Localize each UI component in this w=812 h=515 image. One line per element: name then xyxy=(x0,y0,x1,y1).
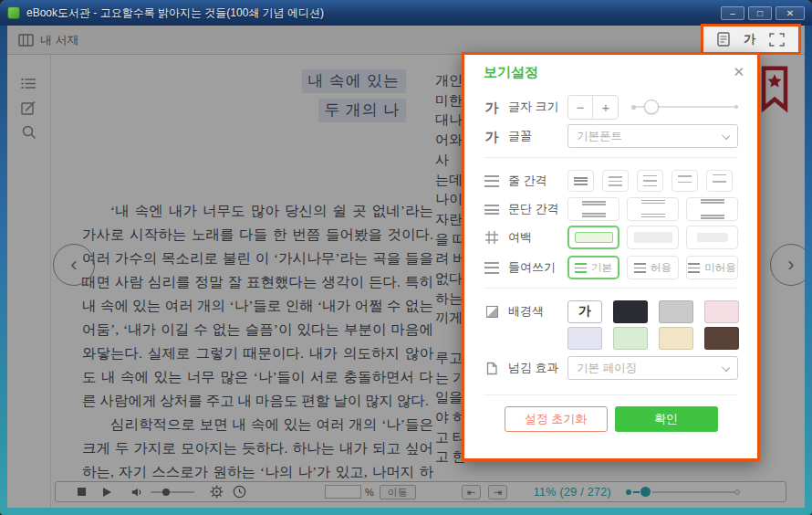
paragraph-spacing-icon xyxy=(484,205,499,215)
page-effect-dropdown[interactable]: 기본 페이징 xyxy=(567,356,738,380)
app-icon xyxy=(7,6,20,19)
background-swatch-row1: 가 xyxy=(567,300,739,323)
margin-option-1-selected[interactable] xyxy=(567,226,619,249)
background-swatch-row2 xyxy=(567,327,739,350)
line-spacing-glyph xyxy=(574,177,588,185)
font-label: 글꼴 xyxy=(508,128,532,144)
indent-option-label: 허용 xyxy=(651,261,671,275)
fullscreen-icon[interactable] xyxy=(769,33,785,47)
maximize-button[interactable]: □ xyxy=(748,6,772,20)
app-window: eBook도서관 - 고요할수록 밝아지는 것들(100쇄 기념 에디션) – … xyxy=(0,0,812,515)
panel-footer: 설정 초기화 확인 xyxy=(484,406,738,432)
background-swatch-black[interactable] xyxy=(613,300,648,323)
line-spacing-glyph xyxy=(678,175,692,187)
indent-row-label: 들여쓰기 xyxy=(484,259,567,276)
paragraph-spacing-option-1[interactable] xyxy=(567,197,619,221)
title-bar: eBook도서관 - 고요할수록 밝아지는 것들(100쇄 기념 에디션) – … xyxy=(0,0,812,26)
indent-glyph xyxy=(634,263,646,273)
paragraph-spacing-option-2[interactable] xyxy=(627,197,679,221)
reset-settings-button[interactable]: 설정 초기화 xyxy=(505,406,608,432)
indent-option-label: 미허용 xyxy=(704,261,736,275)
confirm-button[interactable]: 확인 xyxy=(615,406,718,432)
margin-option-2[interactable] xyxy=(627,226,679,249)
chevron-down-icon xyxy=(722,131,730,140)
paragraph-spacing-option-3[interactable] xyxy=(686,197,738,221)
view-settings-panel: 보기설정 ✕ 가 글자 크기 − + 가 글꼴 xyxy=(462,52,760,461)
indent-option-allow[interactable]: 허용 xyxy=(627,256,679,279)
font-size-label: 글자 크기 xyxy=(508,99,559,115)
page-turn-icon xyxy=(484,362,500,375)
margin-glyph xyxy=(634,232,672,243)
background-color-icon xyxy=(486,306,498,318)
close-window-button[interactable]: ✕ xyxy=(776,6,805,20)
indent-option-disallow[interactable]: 미허용 xyxy=(686,256,738,279)
divider xyxy=(484,288,738,289)
indent-option-label: 기본 xyxy=(591,261,612,275)
margin-option-3[interactable] xyxy=(686,226,738,249)
background-swatch-white[interactable]: 가 xyxy=(567,300,602,323)
line-spacing-glyph xyxy=(713,174,726,187)
background-swatch-lavender[interactable] xyxy=(567,327,602,350)
font-size-slider[interactable] xyxy=(631,100,738,114)
slider-start-dot xyxy=(631,105,636,110)
indent-label: 들여쓰기 xyxy=(508,259,556,276)
font-icon: 가 xyxy=(484,130,500,143)
line-spacing-glyph xyxy=(643,175,657,186)
window-controls: – □ ✕ xyxy=(721,6,805,20)
indent-option-default-selected[interactable]: 기본 xyxy=(567,256,619,279)
margin-label: 여백 xyxy=(508,229,532,246)
line-spacing-row-label: 줄 간격 xyxy=(484,173,567,189)
indent-glyph xyxy=(688,263,700,273)
margin-row-label: 여백 xyxy=(484,229,567,246)
font-size-increase-button[interactable]: + xyxy=(593,96,618,119)
panel-title: 보기설정 xyxy=(484,64,538,81)
line-spacing-option-5[interactable] xyxy=(706,170,733,192)
background-color-row-label: 배경색 xyxy=(484,303,567,320)
font-dropdown[interactable]: 기본폰트 xyxy=(567,124,738,148)
view-tools-highlight-box: 가 xyxy=(701,24,801,55)
font-size-decrease-button[interactable]: − xyxy=(568,96,593,119)
slider-end-dot xyxy=(734,105,738,109)
indent-icon xyxy=(484,262,499,274)
line-spacing-option-4[interactable] xyxy=(671,170,698,192)
line-spacing-option-3[interactable] xyxy=(637,170,663,192)
margin-glyph xyxy=(575,232,613,243)
paragraph-spacing-row-label: 문단 간격 xyxy=(484,201,567,217)
line-spacing-glyph xyxy=(609,176,622,186)
line-spacing-option-1[interactable] xyxy=(567,170,594,192)
indent-glyph xyxy=(575,263,587,273)
window-title: eBook도서관 - 고요할수록 밝아지는 것들(100쇄 기념 에디션) xyxy=(26,5,324,21)
font-settings-icon[interactable]: 가 xyxy=(744,31,755,47)
font-size-stepper: − + xyxy=(567,95,619,120)
chevron-down-icon xyxy=(722,363,730,372)
paragraph-spacing-label: 문단 간격 xyxy=(508,201,559,217)
margin-glyph xyxy=(697,233,728,242)
font-size-slider-handle[interactable] xyxy=(644,100,659,114)
line-spacing-option-2[interactable] xyxy=(602,170,629,192)
page-effect-row-label: 넘김 효과 xyxy=(484,360,567,376)
divider xyxy=(484,394,738,395)
background-swatch-cream[interactable] xyxy=(659,327,693,350)
line-spacing-label: 줄 간격 xyxy=(508,173,547,189)
margin-icon xyxy=(484,231,500,244)
background-swatch-brown[interactable] xyxy=(704,327,739,350)
font-row-label: 가 글꼴 xyxy=(484,128,567,144)
background-color-label: 배경색 xyxy=(508,303,544,320)
close-panel-icon[interactable]: ✕ xyxy=(733,64,744,80)
page-effect-label: 넘김 효과 xyxy=(508,360,559,376)
font-size-icon: 가 xyxy=(484,100,500,114)
background-swatch-pink[interactable] xyxy=(704,300,739,323)
font-size-row-label: 가 글자 크기 xyxy=(484,99,567,115)
line-spacing-icon xyxy=(484,175,499,187)
page-view-settings-icon[interactable] xyxy=(717,32,730,47)
minimize-button[interactable]: – xyxy=(721,6,744,20)
background-swatch-gray[interactable] xyxy=(659,300,693,323)
page-effect-value: 기본 페이징 xyxy=(577,361,637,376)
font-dropdown-value: 기본폰트 xyxy=(577,129,622,144)
background-swatch-green[interactable] xyxy=(613,327,648,350)
divider xyxy=(484,157,738,158)
